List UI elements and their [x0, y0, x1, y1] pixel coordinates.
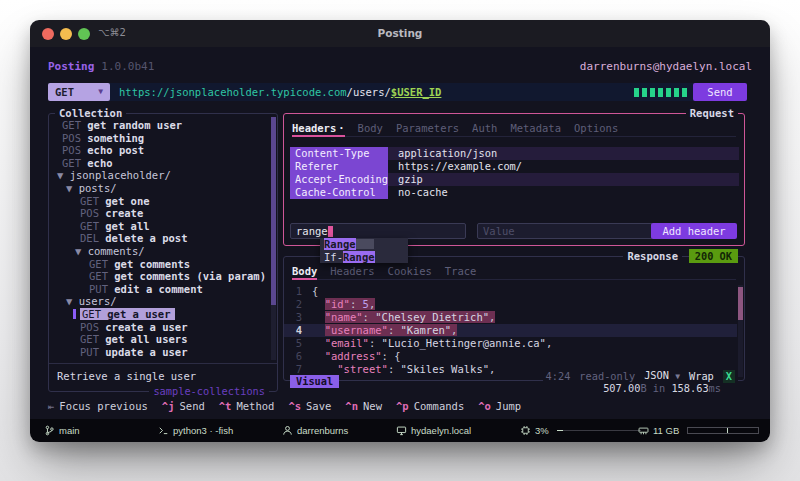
code-line-1: 1{ — [284, 285, 737, 298]
format-select[interactable]: JSON ▼ — [644, 369, 680, 383]
tree-request-get-comments[interactable]: GET get comments — [49, 258, 270, 271]
tree-request-create[interactable]: POS create — [49, 207, 270, 220]
tree-request-update-a-user[interactable]: PUT update a user — [49, 346, 270, 359]
activity-block — [682, 88, 688, 97]
request-method: POS — [80, 321, 105, 333]
request-panel: Request Headers·BodyParametersAuthMetada… — [283, 113, 745, 246]
tab-metadata[interactable]: Metadata — [510, 121, 561, 136]
zoom-window-button[interactable] — [78, 28, 90, 40]
activity-block — [650, 88, 656, 97]
request-method: PUT — [89, 283, 114, 295]
tree-request-something[interactable]: POS something — [49, 132, 270, 145]
window-titlebar[interactable]: ⌥⌘2 Posting — [30, 20, 770, 47]
sidebar-scrollbar[interactable] — [271, 117, 276, 305]
header-value-cell: gzip — [398, 173, 423, 185]
status-segment-11-gb: 11 GB — [638, 419, 759, 442]
tree-request-create-a-user[interactable]: POS create a user — [49, 321, 270, 334]
tab-auth[interactable]: Auth — [472, 121, 497, 136]
cursor-position: 4:24 — [546, 370, 571, 383]
header-row-content-type[interactable]: Content-Typeapplication/json — [290, 147, 739, 160]
header-row-referer[interactable]: Refererhttps://example.com/ — [290, 160, 739, 173]
tree-request-get-one[interactable]: GET get one — [49, 195, 270, 208]
shortcut-jump[interactable]: ^oJump — [478, 400, 521, 413]
response-tab-headers[interactable]: Headers — [330, 264, 374, 279]
shortcut-method[interactable]: ^tMethod — [219, 400, 275, 413]
shortcut-new[interactable]: ^nNew — [345, 400, 382, 413]
selection-cursor — [73, 309, 76, 319]
display-icon — [396, 425, 407, 436]
autocomplete-option-range[interactable]: Range — [320, 238, 408, 251]
collapse-arrow-icon: ▼ — [66, 295, 79, 307]
line-number: 2 — [284, 298, 302, 311]
request-name: delete a post — [105, 232, 187, 244]
shortcut-send[interactable]: ^jSend — [162, 400, 205, 413]
close-window-button[interactable] — [42, 28, 54, 40]
response-tab-body[interactable]: Body — [292, 264, 317, 279]
collapse-arrow-icon: ▼ — [57, 169, 70, 181]
header-name-cell: Accept-Encoding — [290, 173, 388, 186]
wrap-toggle[interactable]: Wrap — [689, 370, 714, 383]
request-description: Retrieve a single user — [57, 370, 196, 382]
tree-request-delete-a-post[interactable]: DEL delete a post — [49, 232, 270, 245]
shortcut-label: Send — [180, 400, 205, 412]
url-path: /users/ — [347, 86, 391, 98]
tab-body[interactable]: Body — [358, 121, 383, 136]
tab-options[interactable]: Options — [574, 121, 618, 136]
tree-request-edit-a-comment[interactable]: PUT edit a comment — [49, 283, 270, 296]
tree-request-get-random-user[interactable]: GET get random user — [49, 119, 270, 132]
collection-tree: GET get random userPOS somethingPOS echo… — [49, 119, 270, 358]
response-body-editor[interactable]: 1{2 "id": 5,3 "name": "Chelsey Dietrich"… — [284, 285, 737, 376]
text-cursor — [328, 226, 333, 237]
wrap-checkbox[interactable]: X — [723, 370, 735, 383]
response-tab-trace[interactable]: Trace — [445, 264, 477, 279]
tree-folder-comments[interactable]: ▼ comments/ — [49, 245, 270, 258]
shortcut-focus-previous[interactable]: ⇤Focus previous — [48, 400, 148, 413]
shortcut-label: Commands — [414, 400, 465, 412]
method-select[interactable]: GET ▼ — [48, 83, 110, 101]
status-segment-text: 3% — [535, 425, 549, 436]
memory-meter — [687, 427, 759, 434]
tree-folder-users[interactable]: ▼ users/ — [49, 295, 270, 308]
line-number: 4 — [284, 324, 302, 337]
tree-folder-jsonplaceholder[interactable]: ▼ jsonplaceholder/ — [49, 169, 270, 182]
tab-parameters[interactable]: Parameters — [396, 121, 459, 136]
request-name: get one — [105, 195, 149, 207]
tree-folder-posts[interactable]: ▼ posts/ — [49, 182, 270, 195]
header-row-accept-encoding[interactable]: Accept-Encodinggzip — [290, 173, 739, 186]
header-row-cache-control[interactable]: Cache-Controlno-cache — [290, 186, 739, 199]
new-header-row: range Value Add header — [290, 223, 739, 239]
editor-mode-badge: Visual — [290, 375, 339, 388]
user-icon — [282, 425, 293, 436]
format-label: JSON — [644, 369, 669, 381]
tree-request-echo[interactable]: GET echo — [49, 157, 270, 170]
response-tab-cookies[interactable]: Cookies — [388, 264, 432, 279]
tree-request-get-all-users[interactable]: GET get all users — [49, 333, 270, 346]
tree-request-get-comments-via-param[interactable]: GET get comments (via param) — [49, 270, 270, 283]
chevron-down-icon: ▼ — [675, 372, 680, 381]
header-value-input[interactable]: Value — [477, 223, 653, 239]
tab-headers[interactable]: Headers· — [292, 121, 345, 136]
tree-request-get-a-user[interactable]: GET get a user — [49, 308, 270, 321]
request-tabs: Headers·BodyParametersAuthMetadataOption… — [292, 121, 736, 137]
request-name: echo — [87, 157, 112, 169]
response-panel-title: Response — [623, 250, 682, 263]
response-size: 507.00 — [603, 382, 640, 394]
add-header-button[interactable]: Add header — [651, 223, 737, 239]
shortcut-commands[interactable]: ^pCommands — [396, 400, 464, 413]
tree-request-get-all[interactable]: GET get all — [49, 220, 270, 233]
status-segment-main: main — [44, 419, 80, 442]
header-name-cell: Content-Type — [290, 147, 388, 160]
minimize-window-button[interactable] — [60, 28, 72, 40]
header-name-value: range — [296, 225, 328, 237]
autocomplete-option-if-range[interactable]: If-Range — [320, 251, 408, 264]
header-name-input[interactable]: range — [290, 223, 466, 239]
send-button[interactable]: Send — [693, 83, 747, 101]
shortcut-key: ^n — [345, 400, 358, 412]
shortcut-label: New — [363, 400, 382, 412]
tree-request-echo-post[interactable]: POS echo post — [49, 144, 270, 157]
shortcut-save[interactable]: ^sSave — [288, 400, 331, 413]
activity-block — [674, 88, 680, 97]
url-input[interactable]: https://jsonplaceholder.typicode.com/use… — [119, 83, 441, 101]
terminal-icon — [158, 425, 169, 436]
response-scrollbar[interactable] — [738, 287, 743, 320]
